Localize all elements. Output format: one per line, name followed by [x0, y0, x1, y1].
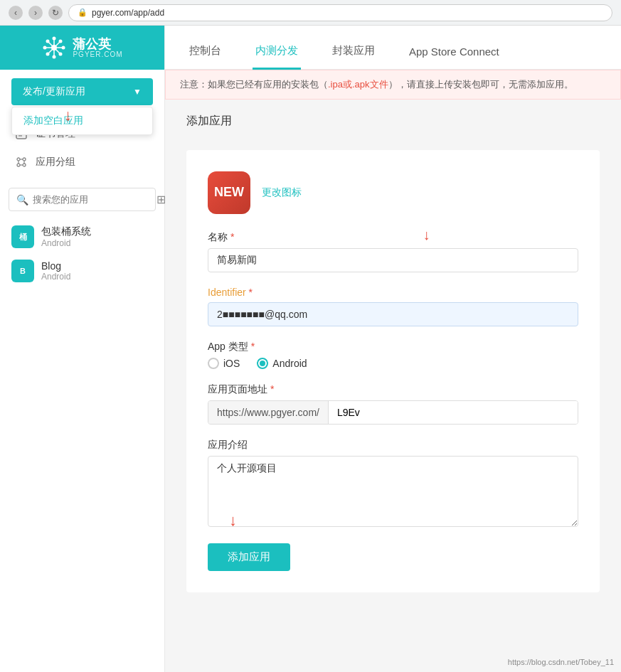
intro-textarea[interactable]: 个人开源项目 — [208, 456, 578, 527]
radio-ios-circle — [208, 358, 219, 369]
identifier-form-group: Identifier * — [208, 287, 578, 326]
logo-text: 蒲公英 — [73, 38, 122, 50]
svg-point-10 — [53, 55, 56, 59]
svg-point-13 — [46, 40, 50, 43]
svg-point-14 — [59, 53, 63, 56]
form-area: NEW 更改图标 名称 * ↓ — [186, 150, 600, 592]
submit-section: ↓ 添加应用 — [208, 543, 578, 571]
change-icon-link[interactable]: 更改图标 — [262, 186, 302, 199]
section-title: 添加应用 — [186, 114, 600, 136]
svg-point-11 — [43, 46, 47, 50]
reload-button[interactable]: ↻ — [48, 6, 63, 20]
app-type-label: App 类型 * — [208, 341, 578, 353]
notice-highlight: .ipa或.apk文件 — [328, 79, 388, 90]
appgroup-label: 应用分组 — [36, 156, 75, 169]
lock-icon: 🔒 — [78, 8, 87, 17]
submit-button[interactable]: 添加应用 — [208, 543, 290, 571]
url-label: 应用页面地址 * — [208, 383, 578, 396]
browser-bar: ‹ › ↻ 🔒 pgyer.com/app/add — [0, 0, 621, 26]
name-arrow-indicator: ↓ — [423, 227, 430, 243]
sidebar: 蒲公英 PGYER.COM 发布/更新应用 ▼ 添加空白应用 ↑ 证书管 — [0, 26, 165, 672]
content-area: 控制台 内测分发 封装应用 App Store Connect 注意：如果您已经… — [165, 26, 621, 672]
app-icon-packaging: 桶 — [11, 225, 34, 248]
notice-text-2: ），请直接上传安装包即可，无需添加应用。 — [388, 79, 573, 90]
svg-point-23 — [17, 164, 20, 166]
url-input-wrap: https://www.pgyer.com/ — [208, 400, 578, 425]
app-platform-blog: Android — [41, 272, 70, 282]
publish-update-button[interactable]: 发布/更新应用 ▼ — [11, 78, 153, 105]
app-name-blog: Blog — [41, 260, 70, 272]
main-layout: 蒲公英 PGYER.COM 发布/更新应用 ▼ 添加空白应用 ↑ 证书管 — [0, 26, 621, 672]
app-name-packaging: 包装桶系统 — [41, 225, 91, 238]
dropdown-arrow-indicator: ↑ — [64, 108, 72, 127]
notice-banner: 注意：如果您已经有应用的安装包（.ipa或.apk文件），请直接上传安装包即可，… — [165, 70, 621, 100]
svg-point-21 — [17, 158, 20, 161]
dropdown-arrow-icon: ▼ — [133, 87, 142, 97]
back-button[interactable]: ‹ — [9, 6, 23, 20]
logo-area: 蒲公英 PGYER.COM — [0, 26, 164, 70]
logo-sub: PGYER.COM — [73, 50, 122, 58]
identifier-label: Identifier * — [208, 287, 578, 298]
address-bar[interactable]: 🔒 pgyer.com/app/add — [68, 4, 612, 21]
intro-form-group: 应用介绍 个人开源项目 — [208, 439, 578, 529]
appgroup-icon — [14, 155, 28, 169]
radio-android-label: Android — [272, 358, 307, 369]
identifier-input[interactable] — [208, 302, 578, 326]
search-icon: 🔍 — [16, 194, 28, 206]
add-blank-app-item[interactable]: 添加空白应用 — [12, 107, 152, 134]
svg-point-22 — [23, 158, 26, 161]
app-item-packaging[interactable]: 桶 包装桶系统 Android — [0, 220, 164, 254]
radio-android[interactable]: Android — [257, 358, 307, 369]
url-form-group: 应用页面地址 * https://www.pgyer.com/ — [208, 383, 578, 425]
forward-button[interactable]: › — [28, 6, 43, 20]
sidebar-apps: 桶 包装桶系统 Android B Blog Android — [0, 217, 164, 672]
svg-point-24 — [23, 164, 26, 166]
svg-point-15 — [59, 40, 63, 43]
bottom-link: https://blog.csdn.net/Tobey_11 — [508, 658, 614, 666]
sidebar-item-appgroup[interactable]: 应用分组 — [0, 148, 164, 176]
name-label: 名称 * — [208, 231, 578, 244]
app-icon-preview: NEW — [208, 171, 250, 214]
tab-dashboard[interactable]: 控制台 — [186, 34, 224, 70]
submit-arrow-indicator: ↓ — [229, 511, 237, 530]
main-content: 添加应用 NEW 更改图标 名称 * ↓ — [165, 100, 621, 673]
tab-beta[interactable]: 内测分发 — [253, 34, 301, 70]
name-input[interactable] — [208, 248, 578, 272]
logo-icon — [41, 35, 67, 60]
svg-point-9 — [53, 37, 56, 41]
svg-point-12 — [62, 46, 65, 50]
sidebar-search: 🔍 ⊞ — [9, 188, 156, 211]
top-nav: 控制台 内测分发 封装应用 App Store Connect — [165, 26, 621, 70]
publish-btn-wrap: 发布/更新应用 ▼ 添加空白应用 ↑ — [0, 70, 164, 114]
app-icon-section: NEW 更改图标 — [208, 171, 578, 214]
svg-point-16 — [46, 53, 50, 56]
dropdown-menu: 添加空白应用 — [11, 107, 153, 135]
app-platform-packaging: Android — [41, 238, 91, 248]
app-type-radio-group: iOS Android — [208, 358, 578, 369]
radio-ios-label: iOS — [223, 358, 240, 369]
notice-text: 注意：如果您已经有应用的安装包（ — [180, 79, 328, 90]
url-text: pgyer.com/app/add — [92, 8, 164, 18]
name-form-group: 名称 * ↓ — [208, 231, 578, 272]
tab-package[interactable]: 封装应用 — [329, 34, 378, 70]
intro-label: 应用介绍 — [208, 439, 578, 452]
radio-android-circle — [257, 358, 268, 369]
radio-android-dot — [260, 361, 265, 366]
name-required: * — [230, 231, 234, 242]
app-item-blog[interactable]: B Blog Android — [0, 254, 164, 288]
url-suffix-input[interactable] — [329, 401, 578, 424]
search-input[interactable] — [33, 194, 152, 205]
tab-appstore[interactable]: App Store Connect — [406, 36, 502, 70]
radio-ios[interactable]: iOS — [208, 358, 240, 369]
app-type-form-group: App 类型 * iOS Android — [208, 341, 578, 369]
app-icon-blog: B — [11, 260, 34, 282]
url-prefix: https://www.pgyer.com/ — [208, 401, 329, 424]
